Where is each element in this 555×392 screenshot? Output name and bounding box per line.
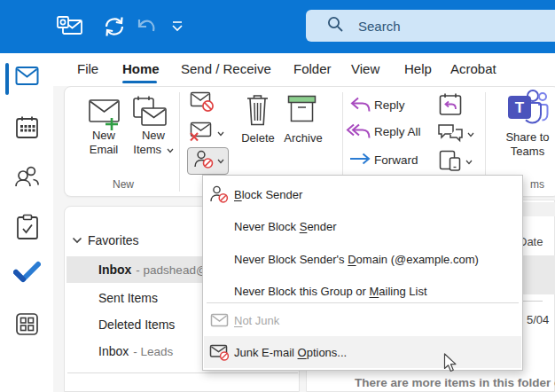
chevron-down-icon: [465, 160, 473, 165]
tab-view[interactable]: View: [351, 61, 379, 76]
archive-button[interactable]: Archive: [281, 131, 325, 145]
devices-icon: [439, 150, 462, 175]
message-date: 5/04: [527, 313, 549, 326]
apps-grid-icon[interactable]: [15, 312, 39, 340]
menu-item-junk-email-options[interactable]: Junk E-mail Options...: [204, 336, 521, 368]
chevron-down-icon: [167, 148, 174, 153]
new-items-button[interactable]: New Items: [125, 129, 182, 157]
svg-text:T: T: [515, 99, 525, 116]
tab-file[interactable]: File: [77, 61, 98, 76]
meeting-reply-icon[interactable]: [438, 92, 463, 121]
chevron-down-icon: [72, 237, 82, 244]
send-receive-sync-icon[interactable]: [101, 14, 128, 43]
archive-icon[interactable]: [287, 95, 317, 128]
menu-item-block-sender[interactable]: Block Sender: [204, 178, 521, 210]
forward-button[interactable]: Forward: [374, 153, 418, 167]
share-to-teams-button[interactable]: Share toTeams: [494, 130, 555, 159]
junk-options-icon: [204, 344, 234, 361]
forward-icon[interactable]: [349, 153, 371, 169]
mail-icon[interactable]: [15, 66, 39, 90]
im-button[interactable]: [437, 122, 474, 147]
ignore-icon[interactable]: [190, 91, 215, 116]
chevron-down-icon: [217, 131, 224, 137]
search-icon: [327, 16, 344, 36]
active-tab-underline: [122, 81, 157, 83]
more-items-message: There are more items in this folder on t…: [355, 376, 555, 389]
menu-item-never-block-sender[interactable]: Never Block Sender: [204, 210, 521, 242]
delete-button[interactable]: Delete: [238, 131, 278, 145]
ribbon-group-new-label: New: [113, 178, 134, 191]
menu-separator: [207, 302, 519, 303]
undo-icon[interactable]: [135, 16, 158, 41]
junk-dropdown-menu: Block Sender Never Block Sender Never Bl…: [202, 175, 523, 371]
tab-send-receive[interactable]: Send / Receive: [181, 61, 271, 76]
customize-toolbar-chevron-icon[interactable]: [170, 20, 184, 36]
tasks-icon[interactable]: [16, 214, 39, 244]
people-icon[interactable]: [14, 165, 40, 192]
chevron-down-icon: [467, 132, 474, 137]
tab-folder[interactable]: Folder: [293, 61, 332, 76]
reply-icon[interactable]: [349, 97, 371, 116]
ribbon-separator: [179, 92, 180, 192]
ribbon-group-teams-label: ms: [530, 178, 544, 191]
delete-icon[interactable]: [246, 94, 270, 130]
app-rail: [0, 53, 53, 392]
tab-home[interactable]: Home: [122, 61, 160, 76]
tab-acrobat[interactable]: Acrobat: [450, 61, 496, 76]
outlook-logo-icon: [57, 14, 83, 43]
block-sender-icon: [204, 185, 234, 203]
mail-selected-indicator: [5, 63, 9, 95]
junk-icon: [193, 150, 214, 172]
menu-item-never-block-domain[interactable]: Never Block Sender's Domain (@example.co…: [204, 243, 521, 275]
more-respond-button[interactable]: [439, 150, 473, 175]
reply-button[interactable]: Reply: [374, 98, 405, 112]
calendar-icon[interactable]: [15, 115, 39, 143]
clean-up-button[interactable]: [189, 122, 224, 145]
folder-pane-divider: [67, 372, 298, 373]
todo-check-icon[interactable]: [13, 261, 41, 286]
chevron-down-icon: [217, 159, 224, 164]
tab-help[interactable]: Help: [404, 61, 432, 76]
not-junk-icon: [204, 313, 234, 327]
reply-all-button[interactable]: Reply All: [374, 125, 421, 138]
teams-icon[interactable]: T: [506, 89, 549, 131]
search-placeholder: Search: [358, 19, 401, 34]
search-input[interactable]: Search: [306, 10, 555, 42]
outlook-window: Search: [0, 0, 555, 392]
reply-all-icon[interactable]: [346, 123, 371, 143]
clean-up-icon: [189, 122, 214, 145]
junk-button[interactable]: [187, 147, 229, 175]
favorites-header[interactable]: Favorites: [72, 233, 139, 247]
message-row-divider: [523, 301, 543, 302]
menu-item-not-junk: Not Junk: [204, 304, 521, 336]
title-bar: Search: [0, 0, 555, 53]
chat-bubbles-icon: [437, 122, 464, 147]
mouse-cursor: [443, 353, 458, 376]
